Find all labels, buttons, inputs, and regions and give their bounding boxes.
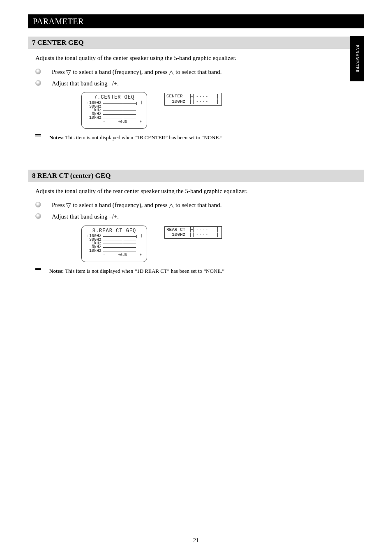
instruction-step-1: Press ▽ to select a band (frequency), an… — [35, 201, 364, 210]
section-intro: Adjusts the tonal quality of the center … — [28, 54, 364, 63]
section-title: 7 CENTER GEQ — [32, 39, 84, 47]
text-fragment: to select that band. — [175, 202, 221, 208]
header-bar: PARAMETER — [28, 14, 364, 28]
bullet-icon — [35, 80, 41, 86]
side-tab-text: PARAMETER — [355, 45, 360, 73]
notes-body: This item is not displayed when “1B CENT… — [64, 134, 222, 140]
intro-text: Adjusts the tonal quality of the rear ce… — [35, 188, 247, 194]
page-number-value: 21 — [193, 537, 199, 543]
band-label: 10kHz — [88, 249, 102, 253]
panel-divider: − — [190, 94, 194, 99]
up-triangle-icon: △ — [169, 69, 174, 76]
notes-row: Notes: This item is not displayed when “… — [28, 268, 364, 274]
scale-minus: − — [103, 253, 105, 257]
bullet-icon — [35, 213, 41, 219]
section-bar-rear-ct-geq: 8 REAR CT (center) GEQ — [28, 170, 364, 182]
band-slider — [102, 105, 143, 109]
panel-divider — [190, 233, 194, 237]
instruction-text: Adjust that band using –/+. — [52, 212, 119, 221]
panel-divider: − — [190, 227, 194, 232]
scale-plus: + — [140, 253, 142, 257]
scale-plus: + — [140, 120, 142, 124]
panel-dashes: ---- — [194, 227, 217, 233]
selected-arrow-icon: → — [85, 235, 88, 238]
instruction-step-2: Adjust that band using –/+. — [35, 212, 364, 221]
header-title: PARAMETER — [33, 17, 84, 26]
notes-prefix: Notes: — [49, 268, 64, 274]
band-slider — [102, 116, 143, 120]
instruction-step-2: Adjust that band using –/+. — [35, 79, 364, 88]
band-label: 10kHz — [88, 116, 102, 120]
panel-line2: 100Hz — [166, 232, 190, 237]
notes-icon — [35, 268, 49, 270]
bullet-icon — [35, 69, 41, 74]
text-fragment: to select a band (frequency), and press — [73, 69, 169, 75]
notes-prefix: Notes: — [49, 134, 64, 140]
bullet-icon — [35, 202, 41, 207]
band-slider: | — [102, 101, 143, 105]
instruction-text: Press ▽ to select a band (frequency), an… — [52, 68, 221, 77]
text-fragment: to select a band (frequency), and press — [73, 202, 169, 208]
text-fragment: Press — [52, 69, 66, 75]
scale-minus: − — [103, 120, 105, 124]
notes-icon — [35, 134, 49, 136]
front-panel-preview-rear: REAR CT−---- 100Hz---- — [164, 226, 222, 239]
up-triangle-icon: △ — [169, 203, 174, 209]
notes-body: This item is not displayed when “1D REAR… — [64, 268, 224, 274]
intro-text: Adjusts the tonal quality of the center … — [35, 55, 236, 61]
down-triangle-icon: ▽ — [66, 69, 71, 76]
panel-line1: REAR CT — [166, 227, 190, 233]
section-title: 8 REAR CT (center) GEQ — [32, 172, 111, 180]
side-tab: PARAMETER — [350, 36, 364, 81]
page-number: 21 — [28, 537, 364, 544]
band-slider — [102, 238, 143, 242]
band-slider: | — [102, 235, 143, 238]
instruction-text: Press ▽ to select a band (frequency), an… — [52, 201, 221, 210]
down-triangle-icon: ▽ — [66, 203, 71, 209]
instruction-step-1: Press ▽ to select a band (frequency), an… — [35, 68, 364, 77]
scale-center: +6dB — [118, 253, 127, 257]
panel-line1: CENTER — [166, 94, 190, 99]
osd-title: 7.CENTER GEQ — [85, 95, 143, 100]
text-fragment: Press — [52, 202, 66, 208]
section-intro: Adjusts the tonal quality of the rear ce… — [28, 187, 364, 196]
scale-center: +6dB — [118, 120, 127, 124]
panel-line2: 100Hz — [166, 99, 190, 104]
osd-preview-center: 7.CENTER GEQ →100Hz| 300Hz 1kHz 3kHz 10k… — [81, 92, 147, 129]
section-bar-center-geq: 7 CENTER GEQ — [28, 37, 364, 49]
notes-row: Notes: This item is not displayed when “… — [28, 134, 364, 141]
panel-dashes: ---- — [194, 232, 217, 237]
band-slider — [102, 242, 143, 246]
osd-preview-rear: 8.REAR CT GEQ →100Hz| 300Hz 1kHz 3kHz 10… — [81, 226, 147, 262]
front-panel-preview-center: CENTER−---- 100Hz---- — [164, 93, 222, 105]
scale-row: − +6dB + — [85, 253, 143, 257]
band-slider — [102, 113, 143, 116]
band-slider — [102, 249, 143, 253]
panel-dashes: ---- — [194, 94, 217, 99]
band-slider — [102, 246, 143, 249]
instruction-text: Adjust that band using –/+. — [52, 79, 119, 88]
text-fragment: to select that band. — [175, 69, 221, 75]
osd-title: 8.REAR CT GEQ — [85, 228, 143, 234]
selected-arrow-icon: → — [85, 101, 88, 105]
panel-dashes: ---- — [194, 99, 217, 104]
band-slider — [102, 109, 143, 113]
panel-divider — [190, 99, 194, 104]
scale-row: − +6dB + — [85, 120, 143, 124]
